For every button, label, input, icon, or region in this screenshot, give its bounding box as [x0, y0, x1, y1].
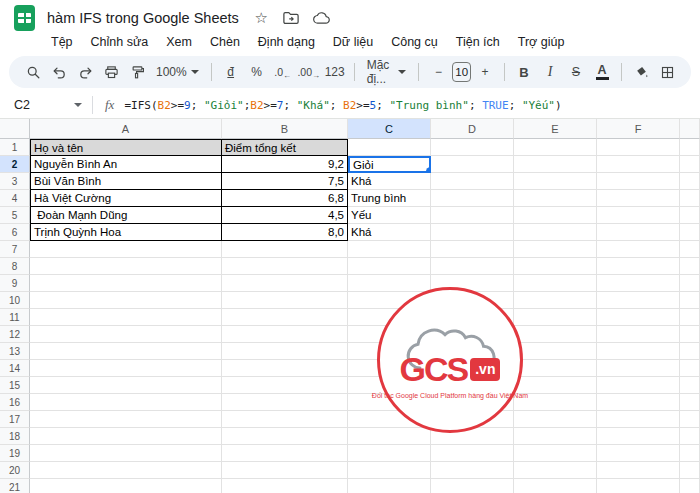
- cell[interactable]: [348, 139, 431, 156]
- cell[interactable]: [514, 462, 597, 479]
- menu-item-3[interactable]: Xem: [159, 33, 199, 51]
- zoom-select[interactable]: 100%: [151, 65, 204, 79]
- name-box[interactable]: C2: [14, 98, 92, 112]
- cell[interactable]: [30, 411, 222, 428]
- cell[interactable]: [680, 173, 700, 190]
- cell[interactable]: [222, 241, 348, 258]
- cell[interactable]: [30, 309, 222, 326]
- cell[interactable]: [348, 428, 431, 445]
- cell[interactable]: [514, 173, 597, 190]
- cell[interactable]: Trịnh Quỳnh Hoa: [30, 224, 222, 241]
- row-header-17[interactable]: 17: [0, 411, 30, 428]
- cell[interactable]: [431, 139, 514, 156]
- column-header-A[interactable]: A: [30, 119, 222, 139]
- cell[interactable]: [514, 241, 597, 258]
- cell[interactable]: [680, 275, 700, 292]
- cell[interactable]: [680, 462, 700, 479]
- row-header-8[interactable]: 8: [0, 258, 30, 275]
- cell[interactable]: [680, 292, 700, 309]
- cell[interactable]: [597, 326, 680, 343]
- formula-input[interactable]: =IFS(B2>=9; "Giỏi";B2>=7; "Khá"; B2>=5; …: [124, 99, 561, 112]
- cell[interactable]: [680, 326, 700, 343]
- cell[interactable]: [597, 428, 680, 445]
- fill-color-icon[interactable]: [629, 60, 653, 84]
- cell[interactable]: [680, 411, 700, 428]
- row-header-21[interactable]: 21: [0, 479, 30, 493]
- cell[interactable]: [514, 343, 597, 360]
- menu-item-6[interactable]: Dữ liệu: [326, 33, 380, 51]
- cell[interactable]: [597, 156, 680, 173]
- row-header-4[interactable]: 4: [0, 190, 30, 207]
- cell[interactable]: [30, 326, 222, 343]
- selected-cell-C2[interactable]: Giỏi: [348, 156, 431, 173]
- row-header-15[interactable]: 15: [0, 377, 30, 394]
- cell[interactable]: [514, 411, 597, 428]
- cell[interactable]: [348, 241, 431, 258]
- cell[interactable]: [597, 411, 680, 428]
- cell[interactable]: [30, 292, 222, 309]
- cell[interactable]: [222, 445, 348, 462]
- star-icon[interactable]: ☆: [253, 10, 270, 27]
- cell[interactable]: [514, 428, 597, 445]
- cell[interactable]: [680, 190, 700, 207]
- cell[interactable]: [680, 479, 700, 493]
- cell[interactable]: [597, 394, 680, 411]
- more-formats-button[interactable]: 123: [323, 60, 347, 84]
- cell[interactable]: [680, 428, 700, 445]
- row-header-12[interactable]: 12: [0, 326, 30, 343]
- row-header-1[interactable]: 1: [0, 139, 30, 156]
- cell[interactable]: [680, 224, 700, 241]
- cell[interactable]: [597, 360, 680, 377]
- menu-item-4[interactable]: Chèn: [203, 33, 247, 51]
- cell[interactable]: [680, 139, 700, 156]
- print-icon[interactable]: [99, 60, 123, 84]
- cell[interactable]: [514, 292, 597, 309]
- cell[interactable]: [30, 428, 222, 445]
- decrease-font-size-button[interactable]: −: [426, 60, 450, 84]
- cell[interactable]: 6,8: [222, 190, 348, 207]
- cell[interactable]: [514, 309, 597, 326]
- move-to-folder-icon[interactable]: [283, 10, 300, 27]
- row-header-9[interactable]: 9: [0, 275, 30, 292]
- row-header-14[interactable]: 14: [0, 360, 30, 377]
- cell[interactable]: 9,2: [222, 156, 348, 173]
- cell[interactable]: [597, 343, 680, 360]
- increase-font-size-button[interactable]: +: [473, 60, 497, 84]
- cell[interactable]: [597, 224, 680, 241]
- cell[interactable]: [597, 275, 680, 292]
- cell[interactable]: [680, 258, 700, 275]
- cell[interactable]: Khá: [348, 224, 431, 241]
- cell[interactable]: [431, 258, 514, 275]
- cell[interactable]: [431, 241, 514, 258]
- cell[interactable]: [348, 445, 431, 462]
- cell[interactable]: [431, 190, 514, 207]
- cell[interactable]: [680, 445, 700, 462]
- increase-decimal-button[interactable]: .00→: [297, 60, 321, 84]
- cell[interactable]: [597, 241, 680, 258]
- cell[interactable]: Nguyễn Bình An: [30, 156, 222, 173]
- cell[interactable]: [431, 207, 514, 224]
- cell[interactable]: [680, 156, 700, 173]
- cloud-status-icon[interactable]: [313, 10, 330, 27]
- cell[interactable]: [514, 445, 597, 462]
- cell[interactable]: [222, 360, 348, 377]
- cell[interactable]: [680, 241, 700, 258]
- cell[interactable]: [222, 462, 348, 479]
- cell[interactable]: [222, 326, 348, 343]
- cell[interactable]: [680, 343, 700, 360]
- italic-button[interactable]: I: [538, 60, 562, 84]
- cell[interactable]: Bùi Văn Bình: [30, 173, 222, 190]
- row-header-11[interactable]: 11: [0, 309, 30, 326]
- cell[interactable]: Yếu: [348, 207, 431, 224]
- fill-handle[interactable]: [426, 167, 431, 173]
- cell[interactable]: [597, 292, 680, 309]
- cell[interactable]: [514, 190, 597, 207]
- strikethrough-button[interactable]: S: [564, 60, 588, 84]
- menu-item-2[interactable]: Chỉnh sửa: [84, 33, 156, 51]
- cell[interactable]: [222, 428, 348, 445]
- row-header-2[interactable]: 2: [0, 156, 30, 173]
- cell[interactable]: [348, 275, 431, 292]
- format-percent-button[interactable]: %: [245, 60, 269, 84]
- cell[interactable]: [30, 275, 222, 292]
- cell[interactable]: Điểm tổng kết: [222, 139, 348, 156]
